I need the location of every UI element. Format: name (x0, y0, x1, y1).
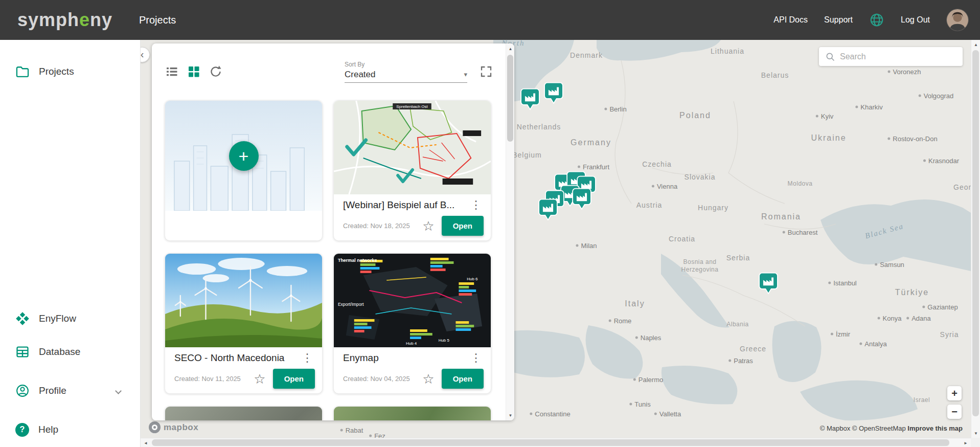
thumbnail-legend: Export/Import (338, 302, 364, 307)
kebab-menu-button[interactable]: ⋮ (465, 352, 487, 364)
thumbnail-hub-label: Hub 5 (439, 338, 450, 343)
refresh-button[interactable] (209, 65, 222, 78)
open-button[interactable]: Open (273, 369, 315, 389)
list-view-button[interactable] (165, 65, 178, 78)
support-link[interactable]: Support (824, 15, 853, 25)
star-icon[interactable]: ☆ (422, 219, 434, 233)
star-icon[interactable]: ☆ (254, 372, 265, 386)
sidebar-label-help: Help (38, 424, 58, 435)
sidebar-label-enyflow: EnyFlow (39, 313, 76, 324)
scroll-left-arrow[interactable]: ◄ (142, 438, 150, 447)
header-nav: API Docs Support Log Out (773, 9, 969, 31)
sort-by-value: Created (345, 70, 375, 80)
project-thumbnail (334, 407, 491, 420)
scroll-up-arrow[interactable]: ▲ (506, 44, 514, 53)
project-thumbnail (165, 254, 322, 347)
scrollbar-thumb[interactable] (972, 50, 979, 416)
sidebar-item-projects[interactable]: Projects (0, 60, 140, 83)
scroll-down-arrow[interactable]: ▼ (971, 429, 980, 437)
project-card[interactable]: Thermal networks Export/Import Hub 6 Hub… (333, 253, 491, 394)
project-card[interactable] (333, 406, 491, 420)
map-pin[interactable] (759, 272, 778, 295)
thumbnail-legend: Thermal networks (338, 258, 377, 263)
open-button[interactable]: Open (442, 369, 484, 389)
help-icon: ? (15, 423, 29, 437)
projects-panel: Sort By Created ▾ + (152, 43, 514, 420)
log-out-link[interactable]: Log Out (901, 15, 930, 25)
attribution-text: © Mapbox © OpenStreetMap (820, 424, 906, 432)
add-project-button[interactable]: + (229, 141, 259, 171)
sidebar-label-database: Database (39, 346, 80, 357)
fullscreen-button[interactable] (480, 65, 493, 78)
thumbnail-hub-label: Hub 6 (467, 277, 478, 281)
sidebar-item-enyflow[interactable]: EnyFlow (0, 307, 140, 330)
scroll-down-arrow[interactable]: ▼ (506, 411, 514, 419)
map-attribution: © Mapbox © OpenStreetMap Improve this ma… (820, 424, 963, 432)
zoom-in-button[interactable]: + (947, 386, 962, 400)
caret-down-icon: ▾ (464, 71, 467, 78)
sidebar-label-profile: Profile (39, 385, 66, 396)
profile-icon (15, 384, 30, 398)
language-globe-icon[interactable] (869, 12, 884, 28)
sidebar-label-projects: Projects (39, 66, 74, 77)
database-icon (15, 345, 30, 359)
map-pin[interactable] (538, 198, 558, 221)
project-title: Enymap (343, 352, 465, 364)
scroll-up-arrow[interactable]: ▲ (971, 40, 980, 49)
project-thumbnail: Spreitenbach Ost (334, 101, 491, 194)
project-card[interactable] (165, 406, 323, 420)
sidebar-item-database[interactable]: Database (0, 341, 140, 363)
user-avatar[interactable] (946, 9, 969, 31)
project-card[interactable]: SECO - North Macedonia ⋮ Created: Nov 11… (165, 253, 323, 394)
chevron-down-icon (115, 388, 122, 394)
page-title: Projects (139, 14, 176, 26)
project-cards-grid: + Spreitenbach Ost (165, 100, 491, 420)
api-docs-link[interactable]: API Docs (773, 15, 808, 25)
panel-scrollbar[interactable]: ▲ ▼ (506, 43, 514, 420)
project-card[interactable]: Spreitenbach Ost [Webinar] Beispiel auf … (333, 100, 491, 241)
top-bar: sympheny Projects API Docs Support Log O… (0, 0, 980, 40)
map-search-box (819, 47, 963, 66)
panel-toolbar: Sort By Created ▾ (165, 55, 493, 88)
grid-view-button[interactable] (187, 65, 200, 78)
enyflow-icon (15, 311, 30, 326)
mapbox-logo[interactable]: mapbox (149, 421, 198, 433)
kebab-menu-button[interactable]: ⋮ (465, 199, 487, 211)
created-date: Created: Nov 18, 2025 (343, 222, 422, 230)
project-thumbnail: Thermal networks Export/Import Hub 6 Hub… (334, 254, 491, 347)
zoom-out-button[interactable]: − (947, 405, 962, 419)
sidebar-item-profile[interactable]: Profile (0, 379, 140, 402)
open-button[interactable]: Open (442, 216, 484, 236)
thumbnail-hub-label: Hub 4 (406, 341, 417, 346)
search-icon (825, 52, 835, 62)
new-project-card[interactable]: + (165, 100, 323, 241)
sidebar: Projects EnyFlow Database Profile ? Help (0, 40, 141, 447)
scrollbar-thumb[interactable] (507, 55, 513, 142)
project-title: SECO - North Macedonia (174, 352, 297, 364)
sort-by-dropdown[interactable]: Sort By Created ▾ (345, 61, 467, 83)
scrollbar-thumb[interactable] (152, 439, 949, 446)
kebab-menu-button[interactable]: ⋮ (297, 352, 318, 364)
logo-text-end: ny (90, 9, 112, 30)
question-mark: ? (20, 425, 25, 434)
map-pin[interactable] (544, 81, 563, 104)
star-icon[interactable]: ☆ (422, 372, 434, 386)
thumbnail-label: Spreitenbach Ost (396, 104, 428, 109)
search-input[interactable] (840, 52, 956, 61)
map-pin[interactable] (520, 87, 540, 110)
logo-text: symph (17, 9, 79, 30)
created-date: Created: Nov 11, 2025 (174, 375, 254, 383)
logo-accent-letter: e (79, 9, 90, 30)
scrollbar-corner (971, 438, 980, 447)
scroll-right-arrow[interactable]: ► (962, 438, 970, 447)
project-thumbnail (165, 407, 322, 420)
created-date: Created: Nov 04, 2025 (343, 375, 422, 383)
improve-map-link[interactable]: Improve this map (907, 424, 963, 432)
map-pin[interactable] (572, 187, 591, 210)
sympheny-logo: sympheny (17, 11, 112, 29)
project-title: [Webinar] Beispiel auf B... (343, 199, 465, 211)
page-horizontal-scrollbar[interactable]: ◄ ► (141, 438, 971, 447)
sort-by-label: Sort By (345, 61, 467, 68)
sidebar-item-help[interactable]: ? Help (0, 418, 140, 441)
page-vertical-scrollbar[interactable]: ▲ ▼ (971, 40, 980, 438)
